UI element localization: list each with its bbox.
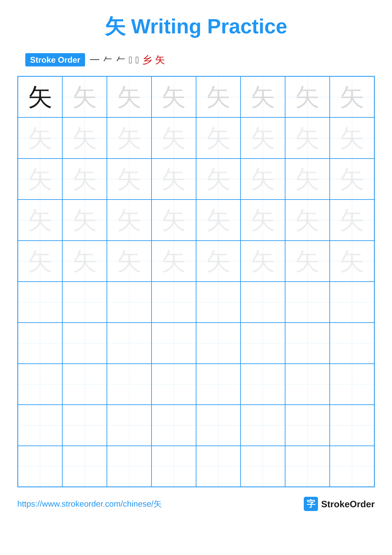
- grid-cell[interactable]: 矢: [62, 159, 107, 199]
- grid-cell[interactable]: [18, 282, 63, 323]
- grid-cell[interactable]: [196, 282, 241, 323]
- grid-cell[interactable]: [107, 323, 151, 364]
- stroke-order-row: Stroke Order ㇐ 𠂉 𠂉 𠂈 𠂈 乡 矢: [25, 53, 165, 66]
- grid-cell[interactable]: [241, 282, 285, 323]
- character-display: 矢: [340, 126, 364, 150]
- grid-cell[interactable]: 矢: [196, 76, 241, 117]
- grid-cell[interactable]: [285, 282, 330, 323]
- grid-cell[interactable]: 矢: [62, 199, 107, 241]
- grid-cell[interactable]: [151, 282, 196, 323]
- grid-cell[interactable]: 矢: [241, 199, 285, 241]
- grid-cell[interactable]: 矢: [241, 117, 285, 158]
- grid-cell[interactable]: 矢: [151, 199, 196, 241]
- grid-cell[interactable]: [330, 446, 374, 487]
- grid-cell[interactable]: 矢: [62, 117, 107, 158]
- grid-cell[interactable]: 矢: [285, 159, 330, 199]
- grid-cell[interactable]: 矢: [330, 241, 374, 282]
- grid-cell[interactable]: 矢: [151, 159, 196, 199]
- stroke-steps: ㇐ 𠂉 𠂉 𠂈 𠂈 乡 矢: [90, 53, 165, 66]
- grid-cell[interactable]: 矢: [241, 76, 285, 117]
- grid-cell[interactable]: [285, 405, 330, 446]
- grid-cell[interactable]: 矢: [330, 76, 374, 117]
- grid-cell[interactable]: [196, 323, 241, 364]
- footer-logo-text: StrokeOrder: [321, 499, 375, 509]
- grid-cell[interactable]: 矢: [62, 76, 107, 117]
- grid-cell[interactable]: [18, 323, 63, 364]
- grid-cell[interactable]: [285, 446, 330, 487]
- grid-cell[interactable]: 矢: [151, 76, 196, 117]
- footer-logo: 字 StrokeOrder: [304, 497, 375, 511]
- grid-cell[interactable]: 矢: [196, 159, 241, 199]
- practice-grid: 矢矢矢矢矢矢矢矢矢矢矢矢矢矢矢矢矢矢矢矢矢矢矢矢矢矢矢矢矢矢矢矢矢矢矢矢矢矢矢矢: [17, 76, 375, 487]
- grid-cell[interactable]: [330, 364, 374, 405]
- grid-cell[interactable]: 矢: [196, 199, 241, 241]
- grid-cell[interactable]: 矢: [18, 117, 63, 158]
- character-display: 矢: [72, 208, 97, 232]
- grid-cell[interactable]: [62, 282, 107, 323]
- grid-cell[interactable]: [196, 446, 241, 487]
- grid-cell[interactable]: 矢: [196, 117, 241, 158]
- grid-cell[interactable]: [196, 364, 241, 405]
- grid-cell[interactable]: 矢: [330, 117, 374, 158]
- footer-url[interactable]: https://www.strokeorder.com/chinese/矢: [17, 498, 162, 510]
- stroke-order-badge: Stroke Order: [25, 53, 85, 66]
- character-display: 矢: [251, 85, 275, 109]
- character-display: 矢: [161, 167, 186, 191]
- stroke-step-7: 矢: [155, 53, 165, 66]
- grid-cell[interactable]: [330, 282, 374, 323]
- grid-cell[interactable]: [18, 405, 63, 446]
- grid-cell[interactable]: [151, 364, 196, 405]
- grid-cell[interactable]: [151, 446, 196, 487]
- grid-cell[interactable]: [107, 446, 151, 487]
- grid-cell[interactable]: [62, 446, 107, 487]
- grid-cell[interactable]: 矢: [285, 76, 330, 117]
- grid-cell[interactable]: [241, 446, 285, 487]
- character-display: 矢: [340, 167, 364, 191]
- grid-cell[interactable]: [18, 364, 63, 405]
- grid-cell[interactable]: [330, 405, 374, 446]
- grid-cell[interactable]: 矢: [196, 241, 241, 282]
- grid-cell[interactable]: [241, 323, 285, 364]
- grid-cell[interactable]: 矢: [18, 76, 63, 117]
- grid-cell[interactable]: [285, 323, 330, 364]
- character-display: 矢: [340, 208, 364, 232]
- grid-cell[interactable]: 矢: [285, 199, 330, 241]
- grid-cell[interactable]: [151, 323, 196, 364]
- character-display: 矢: [117, 208, 141, 232]
- grid-cell[interactable]: 矢: [151, 241, 196, 282]
- grid-cell[interactable]: 矢: [285, 117, 330, 158]
- grid-cell[interactable]: 矢: [151, 117, 196, 158]
- grid-cell[interactable]: 矢: [330, 159, 374, 199]
- grid-cell[interactable]: 矢: [18, 241, 63, 282]
- grid-cell[interactable]: 矢: [18, 199, 63, 241]
- grid-cell[interactable]: [107, 405, 151, 446]
- grid-cell[interactable]: 矢: [107, 159, 151, 199]
- grid-cell[interactable]: 矢: [285, 241, 330, 282]
- grid-cell[interactable]: [62, 364, 107, 405]
- character-display: 矢: [28, 167, 52, 191]
- page-title: 矢 Writing Practice: [105, 13, 287, 41]
- grid-cell[interactable]: 矢: [107, 199, 151, 241]
- grid-cell[interactable]: 矢: [107, 76, 151, 117]
- grid-cell[interactable]: 矢: [107, 117, 151, 158]
- grid-cell[interactable]: [241, 405, 285, 446]
- character-display: 矢: [340, 249, 364, 273]
- grid-cell[interactable]: 矢: [18, 159, 63, 199]
- grid-cell[interactable]: [107, 364, 151, 405]
- grid-cell[interactable]: 矢: [62, 241, 107, 282]
- grid-cell[interactable]: 矢: [241, 159, 285, 199]
- grid-cell[interactable]: 矢: [107, 241, 151, 282]
- grid-cell[interactable]: [330, 323, 374, 364]
- grid-cell[interactable]: [285, 364, 330, 405]
- grid-cell[interactable]: [151, 405, 196, 446]
- grid-cell[interactable]: [62, 323, 107, 364]
- grid-cell[interactable]: [62, 405, 107, 446]
- grid-cell[interactable]: 矢: [330, 199, 374, 241]
- character-display: 矢: [251, 249, 275, 273]
- grid-cell[interactable]: [18, 446, 63, 487]
- grid-cell[interactable]: [241, 364, 285, 405]
- grid-cell[interactable]: 矢: [241, 241, 285, 282]
- grid-cell[interactable]: [107, 282, 151, 323]
- page-container: 矢 Writing Practice Stroke Order ㇐ 𠂉 𠂉 𠂈 …: [0, 0, 392, 555]
- grid-cell[interactable]: [196, 405, 241, 446]
